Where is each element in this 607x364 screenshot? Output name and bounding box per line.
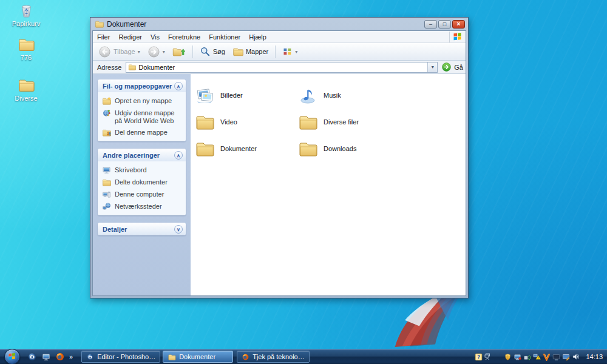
search-icon — [200, 46, 211, 57]
panel-details: Detaljer ∨ — [98, 223, 186, 235]
go-button[interactable]: Gå — [441, 62, 463, 72]
address-value: Dokumenter — [138, 64, 427, 71]
photo-editor-icon[interactable] — [27, 352, 37, 362]
music-icon — [297, 86, 318, 105]
folder-icon — [128, 63, 136, 71]
taskbar: » Editor - Photoshop Ele... Dokumenter T… — [0, 349, 607, 364]
views-caret-icon: ▾ — [295, 49, 297, 55]
desktop-icon-label: 776 — [5, 54, 47, 61]
task-create-new-folder[interactable]: Opret en ny mappe — [102, 97, 183, 106]
file-tile-diverse-filer[interactable]: Diverse filer — [297, 109, 401, 135]
v-icon[interactable] — [543, 353, 551, 361]
folder-icon — [18, 76, 35, 93]
file-tile-downloads[interactable]: Downloads — [297, 135, 401, 162]
search-button[interactable]: Søg — [197, 45, 228, 58]
desktop-icon-recycle-bin[interactable]: Papirkurv — [5, 2, 47, 27]
start-button[interactable] — [4, 349, 20, 364]
folder-icon — [18, 36, 35, 53]
views-grid-icon — [282, 47, 293, 57]
file-name: Dokumenter — [220, 145, 257, 152]
file-tile-musik[interactable]: Musik — [297, 82, 401, 109]
toolbar-separator — [192, 46, 193, 58]
forward-button[interactable]: ▾ — [145, 44, 168, 59]
address-bar: Adresse Dokumenter ▾ Gå — [93, 61, 466, 74]
minimize-button[interactable]: – — [424, 20, 437, 29]
panel-title: Detaljer — [103, 226, 127, 233]
place-label: Delte dokumenter — [115, 178, 168, 186]
panel-header-other-places[interactable]: Andre placeringer ∧ — [98, 149, 186, 161]
close-button[interactable]: × — [452, 20, 465, 29]
file-tile-billeder[interactable]: Billeder — [194, 82, 297, 109]
publish-web-globe-icon — [102, 109, 111, 118]
remote-computer-icon[interactable] — [514, 353, 521, 361]
folder-icon — [297, 139, 318, 158]
chevron-down-icon: ∨ — [174, 225, 183, 234]
address-dropdown-button[interactable]: ▾ — [427, 62, 437, 72]
task-pane: Fil- og mappeopgaver ∧ Opret en ny mappe… — [93, 74, 191, 295]
chevron-up-icon: ∧ — [174, 82, 183, 90]
place-shared-documents[interactable]: Delte dokumenter — [102, 178, 183, 187]
title-bar[interactable]: Dokumenter – □ × — [92, 18, 466, 30]
windows-logo-icon — [8, 352, 16, 361]
address-input[interactable]: Dokumenter ▾ — [126, 62, 438, 73]
back-arrow-icon — [98, 46, 111, 58]
show-desktop-icon[interactable] — [41, 352, 51, 362]
menu-vis[interactable]: Vis — [146, 32, 164, 42]
monitor-icon[interactable] — [552, 353, 560, 361]
menu-funktioner[interactable]: Funktioner — [205, 32, 245, 42]
desktop-icon-776[interactable]: 776 — [5, 36, 47, 61]
menu-bar: Filer Rediger Vis Foretrukne Funktioner … — [93, 31, 466, 43]
volume-icon[interactable] — [572, 352, 580, 361]
device-signal-icon[interactable] — [523, 353, 531, 361]
folders-button[interactable]: Mapper — [230, 45, 271, 58]
taskbar-clock[interactable]: 14:13 — [586, 353, 603, 360]
firefox-icon[interactable] — [55, 352, 65, 362]
folder-icon — [168, 353, 176, 361]
back-caret-icon: ▾ — [138, 49, 140, 55]
taskbar-button-photoshop[interactable]: Editor - Photoshop Ele... — [81, 351, 160, 363]
file-tile-video[interactable]: Video — [194, 109, 297, 135]
file-name: Musik — [324, 92, 341, 99]
menu-hjaelp[interactable]: Hjælp — [245, 32, 271, 42]
back-button[interactable]: Tilbage ▾ — [96, 44, 143, 59]
desktop: Papirkurv 776 Diverse Dokumenter – □ × F… — [0, 0, 607, 364]
new-folder-icon — [102, 96, 111, 106]
network-warning-icon[interactable] — [533, 353, 541, 361]
place-my-computer[interactable]: Denne computer — [102, 190, 183, 199]
taskbar-button-label: Editor - Photoshop Ele... — [97, 353, 155, 360]
desktop-monitor-icon — [102, 166, 111, 175]
folder-icon — [194, 112, 215, 132]
desktop-icon-diverse[interactable]: Diverse — [5, 76, 47, 102]
window-folder-icon — [95, 19, 104, 29]
quick-launch-overflow-chevron[interactable]: » — [69, 353, 73, 360]
desktop-icon-label: Papirkurv — [5, 20, 47, 27]
taskbar-button-dokumenter[interactable]: Dokumenter — [163, 351, 233, 363]
views-button[interactable]: ▾ — [280, 46, 300, 58]
up-folder-button[interactable] — [170, 44, 188, 59]
place-desktop[interactable]: Skrivebord — [102, 166, 183, 175]
forward-caret-icon: ▾ — [163, 49, 165, 55]
expand-tray-icon[interactable] — [484, 353, 490, 360]
panel-header-file-tasks[interactable]: Fil- og mappeopgaver ∧ — [98, 79, 186, 92]
place-network[interactable]: Netværkssteder — [102, 203, 183, 211]
search-label: Søg — [213, 48, 225, 55]
panel-header-details[interactable]: Detaljer ∨ — [98, 223, 186, 235]
menu-filer[interactable]: Filer — [93, 32, 114, 42]
taskbar-button-label: Tjek på teknologien - ... — [253, 353, 305, 360]
menu-rediger[interactable]: Rediger — [114, 32, 146, 42]
taskbar-buttons: Editor - Photoshop Ele... Dokumenter Tje… — [81, 351, 310, 363]
maximize-button[interactable]: □ — [438, 20, 451, 29]
menu-foretrukne[interactable]: Foretrukne — [164, 32, 205, 42]
help-icon[interactable]: ? — [475, 353, 483, 361]
place-label: Netværkssteder — [115, 203, 162, 211]
folder-icon — [232, 46, 243, 57]
task-publish-folder-web[interactable]: Udgiv denne mappe på World Wide Web — [102, 109, 183, 125]
panel-title: Andre placeringer — [103, 152, 160, 159]
file-name: Diverse filer — [324, 118, 359, 126]
shield-icon[interactable] — [504, 353, 512, 361]
file-tile-dokumenter[interactable]: Dokumenter — [194, 135, 297, 162]
task-share-folder[interactable]: Del denne mappe — [102, 129, 183, 137]
taskbar-button-firefox[interactable]: Tjek på teknologien - ... — [237, 351, 310, 363]
monitor-pen-icon[interactable] — [562, 353, 570, 361]
shared-documents-folder-icon — [102, 178, 111, 187]
